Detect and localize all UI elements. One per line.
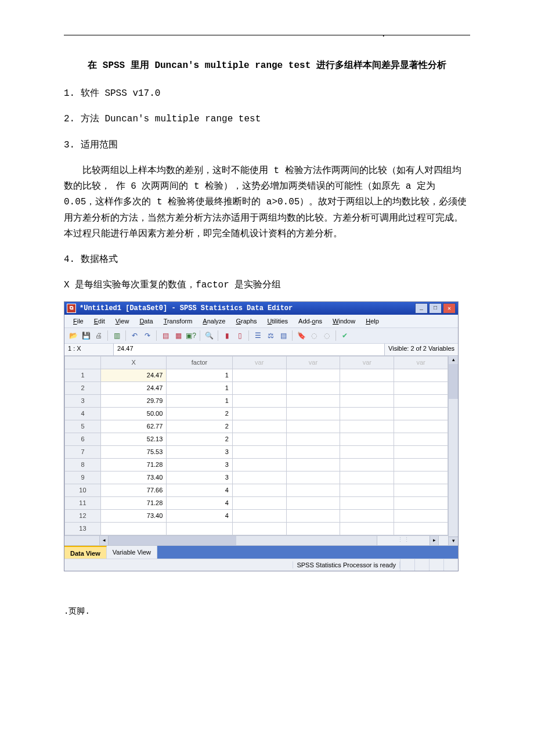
cell-empty[interactable] — [340, 484, 394, 496]
cell-empty[interactable] — [232, 484, 286, 496]
cell-empty[interactable] — [394, 433, 448, 445]
cell-empty[interactable] — [232, 420, 286, 433]
maximize-button[interactable]: □ — [429, 303, 442, 314]
cell-x[interactable] — [100, 522, 166, 535]
vertical-scrollbar[interactable]: ▴ ▾ — [448, 356, 458, 545]
column-header-factor[interactable]: factor — [167, 356, 232, 369]
variables-icon[interactable]: ▣? — [186, 330, 196, 341]
insert-case-icon[interactable]: ▮ — [222, 330, 232, 341]
save-icon[interactable]: 💾 — [81, 330, 91, 341]
row-header[interactable]: 12 — [65, 509, 101, 522]
menu-edit[interactable]: Edit — [89, 318, 110, 325]
cell-empty[interactable] — [286, 471, 340, 484]
cell-empty[interactable] — [340, 433, 394, 445]
column-header-empty[interactable]: var — [286, 356, 340, 369]
split-file-icon[interactable]: ☰ — [252, 330, 263, 341]
undo-icon[interactable]: ↶ — [129, 330, 140, 341]
select-cases-icon[interactable]: ▤ — [278, 330, 288, 341]
cell-factor[interactable]: 3 — [167, 458, 232, 471]
cell-empty[interactable] — [286, 509, 340, 522]
spellcheck-icon[interactable]: ✔ — [340, 330, 350, 341]
redo-icon[interactable]: ↷ — [142, 330, 153, 341]
cell-empty[interactable] — [394, 407, 448, 420]
cell-empty[interactable] — [232, 369, 286, 381]
menu-utilities[interactable]: Utilities — [262, 318, 293, 325]
cell-empty[interactable] — [394, 471, 448, 484]
cell-empty[interactable] — [394, 445, 448, 458]
cell-empty[interactable] — [232, 433, 286, 445]
cell-factor[interactable]: 1 — [167, 369, 232, 381]
cell-empty[interactable] — [232, 522, 286, 535]
row-header[interactable]: 8 — [65, 458, 101, 471]
cell-empty[interactable] — [340, 445, 394, 458]
cell-x[interactable]: 62.77 — [100, 420, 166, 433]
cell-empty[interactable] — [232, 509, 286, 522]
cell-empty[interactable] — [340, 522, 394, 535]
table-row[interactable]: 775.533 — [65, 445, 448, 458]
table-row[interactable]: 13 — [65, 522, 448, 535]
menu-data[interactable]: Data — [134, 318, 158, 325]
cell-empty[interactable] — [286, 458, 340, 471]
cell-factor[interactable]: 4 — [167, 484, 232, 496]
cell-x[interactable]: 29.79 — [100, 394, 166, 407]
menu-analyze[interactable]: Analyze — [197, 318, 230, 325]
cell-empty[interactable] — [394, 420, 448, 433]
cell-x[interactable]: 71.28 — [100, 496, 166, 509]
minimize-button[interactable]: _ — [415, 303, 428, 314]
cell-x[interactable]: 77.66 — [100, 484, 166, 496]
horizontal-scrollbar[interactable]: ◂ ⋮⋮ ▸ — [64, 535, 448, 545]
menu-view[interactable]: View — [110, 318, 135, 325]
cell-x[interactable]: 50.00 — [100, 407, 166, 420]
cell-empty[interactable] — [340, 496, 394, 509]
cell-factor[interactable]: 1 — [167, 381, 232, 394]
cell-empty[interactable] — [394, 522, 448, 535]
cell-factor[interactable]: 2 — [167, 433, 232, 445]
cell-x[interactable]: 75.53 — [100, 445, 166, 458]
cell-factor[interactable]: 2 — [167, 407, 232, 420]
cell-empty[interactable] — [286, 445, 340, 458]
cell-empty[interactable] — [286, 522, 340, 535]
row-header[interactable]: 3 — [65, 394, 101, 407]
table-row[interactable]: 652.132 — [65, 433, 448, 445]
column-header-empty[interactable]: var — [232, 356, 286, 369]
goto-variable-icon[interactable]: ▦ — [173, 330, 183, 341]
table-row[interactable]: 124.471 — [65, 369, 448, 381]
print-icon[interactable]: 🖨 — [93, 330, 104, 341]
close-button[interactable]: ✕ — [443, 303, 456, 314]
cell-factor[interactable]: 3 — [167, 445, 232, 458]
menu-add-ons[interactable]: Add-ons — [293, 318, 327, 325]
table-row[interactable]: 1273.404 — [65, 509, 448, 522]
active-cell-value[interactable]: 24.47 — [114, 344, 384, 355]
row-header[interactable]: 4 — [65, 407, 101, 420]
cell-empty[interactable] — [232, 496, 286, 509]
column-header-x[interactable]: X — [100, 356, 166, 369]
row-header[interactable]: 5 — [65, 420, 101, 433]
menu-transform[interactable]: Transform — [158, 318, 198, 325]
cell-empty[interactable] — [394, 509, 448, 522]
row-header[interactable]: 1 — [65, 369, 101, 381]
cell-empty[interactable] — [340, 471, 394, 484]
table-row[interactable]: 973.403 — [65, 471, 448, 484]
table-row[interactable]: 1077.664 — [65, 484, 448, 496]
cell-empty[interactable] — [394, 484, 448, 496]
active-cell-ref[interactable]: 1 : X — [64, 344, 114, 355]
row-header[interactable]: 9 — [65, 471, 101, 484]
menu-help[interactable]: Help — [360, 318, 384, 325]
cell-empty[interactable] — [286, 369, 340, 381]
row-header[interactable]: 7 — [65, 445, 101, 458]
row-header[interactable]: 2 — [65, 381, 101, 394]
cell-empty[interactable] — [394, 369, 448, 381]
cell-x[interactable]: 73.40 — [100, 509, 166, 522]
cell-empty[interactable] — [340, 458, 394, 471]
cell-x[interactable]: 52.13 — [100, 433, 166, 445]
cell-factor[interactable]: 1 — [167, 394, 232, 407]
cell-empty[interactable] — [232, 458, 286, 471]
cell-empty[interactable] — [340, 509, 394, 522]
menu-window[interactable]: Window — [327, 318, 360, 325]
cell-empty[interactable] — [232, 471, 286, 484]
dialog-recall-icon[interactable]: ▥ — [111, 330, 122, 341]
menu-file[interactable]: File — [68, 318, 89, 325]
weight-cases-icon[interactable]: ⚖ — [265, 330, 276, 341]
scroll-right-icon[interactable]: ▸ — [430, 536, 438, 545]
open-icon[interactable]: 📂 — [68, 330, 78, 341]
